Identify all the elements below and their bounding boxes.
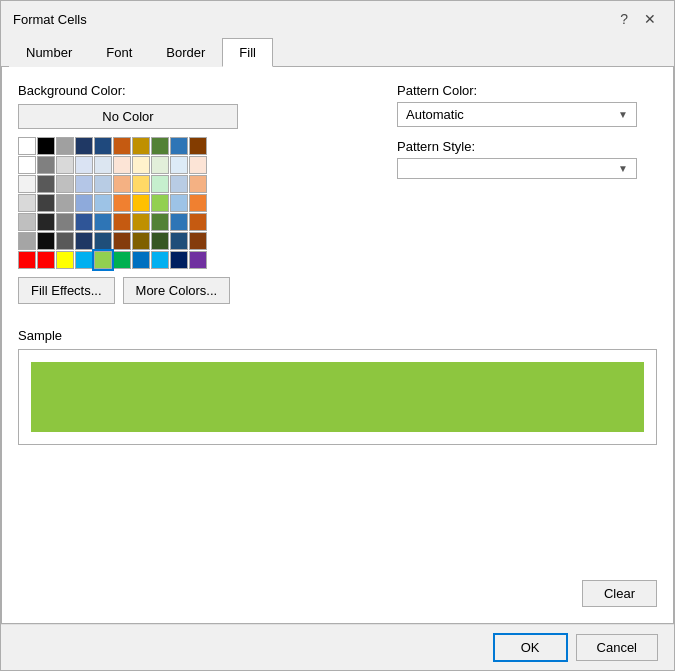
color-swatch[interactable]	[151, 175, 169, 193]
color-swatch[interactable]	[18, 137, 36, 155]
color-swatch[interactable]	[170, 137, 188, 155]
tab-font[interactable]: Font	[89, 38, 149, 67]
close-button[interactable]: ✕	[638, 9, 662, 29]
color-swatch[interactable]	[170, 251, 188, 269]
color-row	[18, 175, 373, 193]
footer-buttons: OK Cancel	[493, 633, 658, 662]
color-swatch[interactable]	[113, 175, 131, 193]
color-swatch[interactable]	[37, 137, 55, 155]
color-swatch[interactable]	[151, 213, 169, 231]
color-swatch[interactable]	[189, 232, 207, 250]
more-colors-button[interactable]: More Colors...	[123, 277, 231, 304]
tab-fill[interactable]: Fill	[222, 38, 273, 67]
color-swatch[interactable]	[75, 137, 93, 155]
color-swatch[interactable]	[151, 137, 169, 155]
color-swatch[interactable]	[189, 175, 207, 193]
sample-box	[31, 362, 644, 432]
color-swatch[interactable]	[75, 251, 93, 269]
color-swatch[interactable]	[151, 194, 169, 212]
ok-button[interactable]: OK	[493, 633, 568, 662]
color-swatch[interactable]	[170, 213, 188, 231]
color-swatch[interactable]	[56, 137, 74, 155]
color-swatch[interactable]	[18, 175, 36, 193]
color-swatch[interactable]	[37, 251, 55, 269]
color-swatch[interactable]	[113, 156, 131, 174]
dialog-title: Format Cells	[13, 12, 87, 27]
color-swatch[interactable]	[56, 251, 74, 269]
clear-button[interactable]: Clear	[582, 580, 657, 607]
no-color-button[interactable]: No Color	[18, 104, 238, 129]
color-swatch[interactable]	[37, 175, 55, 193]
pattern-color-dropdown[interactable]: Automatic ▼	[397, 102, 637, 127]
color-swatch[interactable]	[94, 232, 112, 250]
color-swatch[interactable]	[75, 213, 93, 231]
color-swatch[interactable]	[151, 251, 169, 269]
pattern-color-value: Automatic	[406, 107, 464, 122]
color-swatch[interactable]	[18, 213, 36, 231]
color-row	[18, 156, 373, 174]
color-swatch[interactable]	[132, 251, 150, 269]
help-button[interactable]: ?	[614, 9, 634, 29]
color-swatch[interactable]	[132, 213, 150, 231]
sample-label: Sample	[18, 328, 657, 343]
color-swatch[interactable]	[189, 156, 207, 174]
color-swatch[interactable]	[37, 232, 55, 250]
color-swatch[interactable]	[189, 251, 207, 269]
left-panel: Background Color: No Color Fill Effects.…	[18, 83, 373, 304]
color-swatch[interactable]	[94, 156, 112, 174]
color-swatch[interactable]	[56, 213, 74, 231]
color-row	[18, 137, 373, 155]
pattern-style-dropdown[interactable]: ▼	[397, 158, 637, 179]
color-swatch[interactable]	[113, 213, 131, 231]
color-grid	[18, 137, 373, 269]
color-swatch[interactable]	[18, 156, 36, 174]
color-row	[18, 232, 373, 250]
color-swatch[interactable]	[170, 175, 188, 193]
color-swatch[interactable]	[75, 232, 93, 250]
cancel-button[interactable]: Cancel	[576, 634, 658, 661]
color-swatch[interactable]	[56, 175, 74, 193]
color-swatch[interactable]	[132, 156, 150, 174]
color-swatch[interactable]	[170, 156, 188, 174]
color-swatch[interactable]	[37, 213, 55, 231]
color-swatch[interactable]	[94, 175, 112, 193]
color-swatch[interactable]	[113, 137, 131, 155]
color-swatch[interactable]	[132, 175, 150, 193]
color-swatch[interactable]	[75, 175, 93, 193]
color-swatch[interactable]	[94, 137, 112, 155]
color-swatch[interactable]	[132, 232, 150, 250]
color-swatch[interactable]	[113, 194, 131, 212]
color-swatch[interactable]	[37, 156, 55, 174]
color-row	[18, 194, 373, 212]
color-swatch[interactable]	[170, 232, 188, 250]
color-swatch[interactable]	[18, 251, 36, 269]
color-swatch[interactable]	[94, 194, 112, 212]
color-swatch[interactable]	[151, 232, 169, 250]
tab-border[interactable]: Border	[149, 38, 222, 67]
color-swatch[interactable]	[56, 232, 74, 250]
color-swatch[interactable]	[151, 156, 169, 174]
color-swatch[interactable]	[18, 194, 36, 212]
color-swatch[interactable]	[75, 156, 93, 174]
color-swatch[interactable]	[113, 251, 131, 269]
color-swatch[interactable]	[94, 213, 112, 231]
color-swatch[interactable]	[189, 194, 207, 212]
color-swatch[interactable]	[56, 194, 74, 212]
color-swatch[interactable]	[132, 194, 150, 212]
color-swatch[interactable]	[56, 156, 74, 174]
color-swatch[interactable]	[113, 232, 131, 250]
tab-bar: Number Font Border Fill	[1, 37, 674, 67]
color-swatch[interactable]	[189, 137, 207, 155]
color-swatch[interactable]	[18, 232, 36, 250]
color-swatch[interactable]	[94, 251, 112, 269]
color-swatch[interactable]	[189, 213, 207, 231]
color-swatch[interactable]	[37, 194, 55, 212]
pattern-color-row: Pattern Color: Automatic ▼	[397, 83, 657, 127]
color-swatch[interactable]	[75, 194, 93, 212]
color-swatch[interactable]	[132, 137, 150, 155]
tab-number[interactable]: Number	[9, 38, 89, 67]
dialog-footer: OK Cancel	[1, 624, 674, 670]
color-swatch[interactable]	[170, 194, 188, 212]
fill-effects-button[interactable]: Fill Effects...	[18, 277, 115, 304]
pattern-style-label: Pattern Style:	[397, 139, 657, 154]
